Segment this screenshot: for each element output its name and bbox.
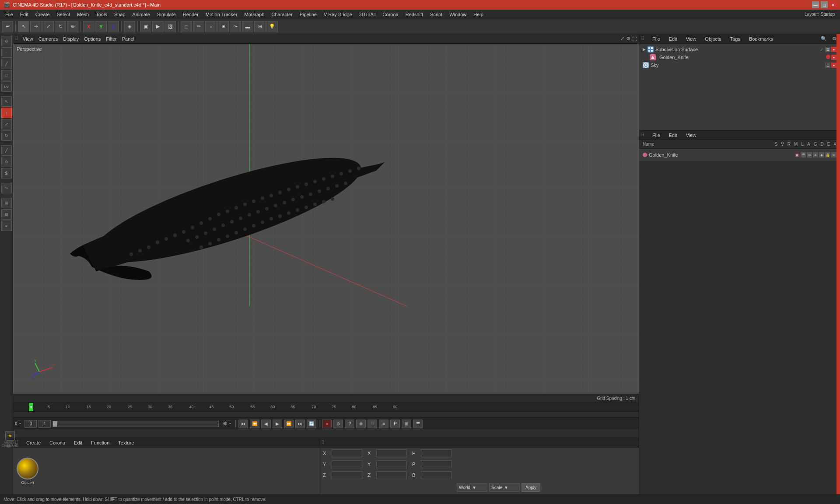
next-frame-button[interactable]: ⏩: [284, 420, 294, 428]
expand-subdivision[interactable]: ▶: [643, 47, 646, 52]
obj-menu-file[interactable]: File: [650, 35, 663, 42]
obj-row-sky[interactable]: Sky ☰ ●: [641, 61, 838, 69]
prev-frame-button[interactable]: ⏪: [250, 420, 259, 428]
menu-simulate[interactable]: Simulate: [154, 11, 179, 18]
menu-render[interactable]: Render: [179, 11, 202, 18]
mat-menu-function[interactable]: Function: [88, 439, 112, 446]
mat-menu-texture[interactable]: Texture: [116, 439, 136, 446]
menu-character[interactable]: Character: [268, 11, 296, 18]
attr-menu-edit[interactable]: Edit: [666, 132, 680, 139]
axis-x[interactable]: X: [83, 21, 94, 32]
obj-mgr-settings-icon[interactable]: ⚙: [832, 36, 836, 42]
close-button[interactable]: ✕: [830, 1, 836, 8]
sidebar-wave[interactable]: 〜: [1, 183, 12, 193]
subdiv-icon-2[interactable]: ●: [831, 47, 836, 52]
pencil-tool[interactable]: ✏: [193, 21, 204, 32]
maximize-button[interactable]: □: [821, 1, 828, 8]
attr-icon-1[interactable]: ▣: [794, 152, 800, 158]
grid-tool[interactable]: ⊞: [254, 21, 266, 32]
attr-menu-view[interactable]: View: [683, 132, 699, 139]
sidebar-layers[interactable]: ≡: [1, 220, 12, 231]
menu-window[interactable]: Window: [446, 11, 470, 18]
minimize-button[interactable]: —: [812, 1, 819, 8]
sidebar-select-live[interactable]: ↖: [1, 96, 12, 107]
attr-icon-2[interactable]: ☰: [801, 152, 806, 158]
frame-input[interactable]: [24, 420, 37, 428]
attr-icon-3[interactable]: ⊙: [807, 152, 812, 158]
sky-icon-2[interactable]: ●: [831, 63, 836, 68]
goto-end-button[interactable]: ⏭: [295, 420, 305, 428]
motion-clip[interactable]: ≡: [379, 420, 388, 428]
frame-step-input[interactable]: [38, 420, 51, 428]
undo-button[interactable]: ↩: [2, 21, 13, 32]
coord-rz-input[interactable]: 0 cm: [376, 471, 407, 479]
rec-settings[interactable]: ⊙: [333, 420, 343, 428]
coord-x-input[interactable]: 0 cm: [332, 449, 362, 457]
coord-ry-input[interactable]: 0 cm: [376, 460, 407, 468]
subdiv-icon-1[interactable]: ☰: [825, 47, 830, 52]
sphere-tool[interactable]: ○: [205, 21, 217, 32]
menu-create[interactable]: Create: [32, 11, 53, 18]
sidebar-uv-mode[interactable]: UV: [1, 81, 12, 92]
mode-scale[interactable]: ⤢: [42, 21, 54, 32]
vp-menu-options[interactable]: Options: [81, 35, 103, 42]
menu-corona[interactable]: Corona: [379, 11, 402, 18]
sidebar-line[interactable]: ╱: [1, 145, 12, 156]
attr-menu-file[interactable]: File: [650, 132, 663, 139]
vp-menu-view[interactable]: View: [20, 35, 36, 42]
vp-fullscreen-icon[interactable]: ⛶: [632, 36, 637, 42]
menu-file[interactable]: File: [2, 11, 17, 18]
obj-mode-btn[interactable]: ◈: [124, 21, 135, 32]
tl-extra[interactable]: P: [390, 420, 400, 428]
coord-z-input[interactable]: 0 cm: [332, 471, 362, 479]
obj-menu-edit[interactable]: Edit: [666, 35, 680, 42]
axis-y[interactable]: Y: [95, 21, 107, 32]
mode-move[interactable]: ✛: [30, 21, 42, 32]
title-bar-controls[interactable]: — □ ✕: [812, 1, 836, 8]
mode-select[interactable]: ↖: [18, 21, 29, 32]
menu-pipeline[interactable]: Pipeline: [296, 11, 320, 18]
sidebar-obj-mode[interactable]: ⊙: [1, 36, 12, 46]
sidebar-move[interactable]: ↕: [1, 108, 12, 118]
viewport[interactable]: Perspective X Y Z: [13, 44, 639, 394]
play-button[interactable]: ▶: [273, 420, 282, 428]
obj-menu-bookmarks[interactable]: Bookmarks: [746, 35, 776, 42]
attr-icon-7[interactable]: ⛭: [831, 152, 836, 158]
obj-row-subdivision[interactable]: ▶ Subdivision Surface ✓ ☰ ●: [641, 46, 838, 53]
connect-tool[interactable]: ⊕: [217, 21, 229, 32]
obj-menu-tags[interactable]: Tags: [728, 35, 743, 42]
render-picture[interactable]: 🖼: [164, 21, 176, 32]
key-pos[interactable]: □: [368, 420, 377, 428]
timeline-progress[interactable]: [52, 421, 219, 427]
sky-icon-1[interactable]: ☰: [825, 63, 830, 68]
menu-motion-tracker[interactable]: Motion Tracker: [202, 11, 241, 18]
axis-z[interactable]: Z: [108, 21, 119, 32]
world-dropdown[interactable]: World ▼: [457, 483, 487, 492]
menu-mesh[interactable]: Mesh: [74, 11, 92, 18]
floor-tool[interactable]: ▬: [242, 21, 253, 32]
vp-menu-display[interactable]: Display: [60, 35, 81, 42]
sidebar-poly-mode[interactable]: □: [1, 70, 12, 80]
tl-grid[interactable]: ⊞: [402, 420, 411, 428]
menu-animate[interactable]: Animate: [129, 11, 154, 18]
attr-icon-5[interactable]: ◈: [819, 152, 824, 158]
coord-rx-input[interactable]: 0 cm: [376, 449, 407, 457]
menu-help[interactable]: Help: [470, 11, 487, 18]
render-active[interactable]: ▶: [152, 21, 164, 32]
sidebar-rotate[interactable]: ↻: [1, 130, 12, 141]
cube-tool[interactable]: □: [181, 21, 192, 32]
vp-settings-icon[interactable]: ⚙: [626, 36, 630, 42]
coord-p-input[interactable]: [421, 460, 452, 468]
sidebar-edge-mode[interactable]: ╱: [1, 59, 12, 69]
vp-menu-cameras[interactable]: Cameras: [36, 35, 61, 42]
golden-knife-icon-2[interactable]: ●: [831, 55, 836, 60]
obj-row-golden-knife[interactable]: Golden_Knife ●: [641, 53, 838, 61]
mode-transform[interactable]: ⊕: [67, 21, 78, 32]
menu-tools[interactable]: Tools: [92, 11, 111, 18]
mode-rotate[interactable]: ↻: [55, 21, 66, 32]
coord-h-input[interactable]: [421, 449, 452, 457]
tl-list[interactable]: ☰: [413, 420, 423, 428]
obj-menu-objects[interactable]: Objects: [702, 35, 724, 42]
vp-menu-filter[interactable]: Filter: [103, 35, 119, 42]
loop-button[interactable]: 🔄: [307, 420, 316, 428]
